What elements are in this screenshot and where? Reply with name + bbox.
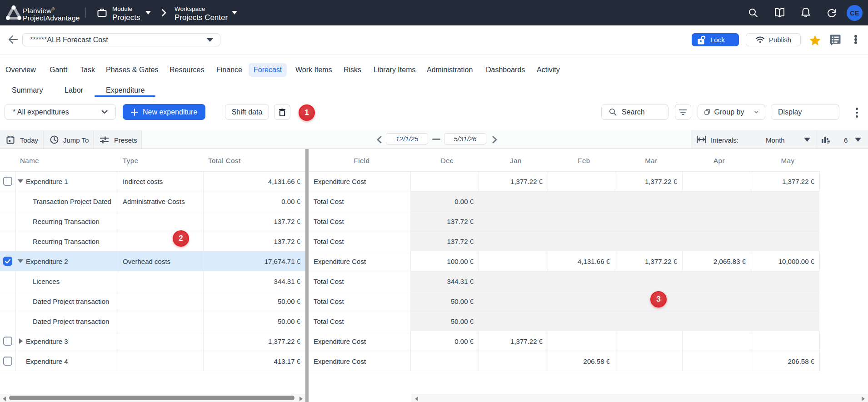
svg-text:#: #	[827, 139, 830, 144]
